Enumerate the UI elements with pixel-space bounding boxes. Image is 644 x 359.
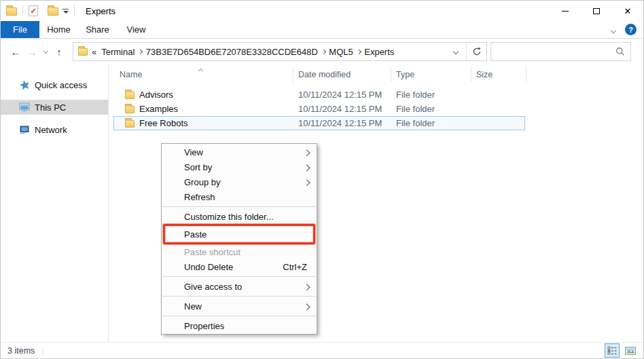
- address-bar[interactable]: « Terminal 73B3E7D654BD6E72078E3328CCDE6…: [73, 42, 487, 61]
- breadcrumb-guid[interactable]: 73B3E7D654BD6E72078E3328CCDE648D: [143, 47, 321, 57]
- close-button[interactable]: ✕: [612, 1, 643, 21]
- back-button[interactable]: ←: [7, 47, 24, 57]
- divider: [74, 5, 75, 16]
- file-row-advisors[interactable]: Advisors 10/11/2024 12:15 PM File folder: [109, 88, 643, 102]
- file-name: Advisors: [139, 90, 173, 100]
- folder-icon: [125, 92, 135, 99]
- column-header-type[interactable]: Type: [391, 67, 471, 82]
- menu-item-group-by[interactable]: Group by: [162, 174, 317, 189]
- minimize-icon: [562, 11, 569, 12]
- address-folder-icon: [78, 48, 88, 56]
- close-icon: ✕: [624, 7, 632, 16]
- folder-icon: [125, 106, 135, 113]
- divider: [43, 346, 43, 356]
- menu-separator: [162, 316, 316, 316]
- breadcrumb-terminal[interactable]: Terminal: [98, 47, 138, 57]
- column-header-size[interactable]: Size: [471, 67, 526, 82]
- chevron-right-icon: [139, 50, 142, 54]
- file-date-modified: 10/11/2024 12:15 PM: [293, 104, 391, 114]
- submenu-arrow-icon: [304, 282, 309, 292]
- expand-ribbon-icon[interactable]: [611, 24, 615, 35]
- minimize-button[interactable]: [550, 1, 581, 21]
- window-controls: ✕: [550, 1, 643, 21]
- keyboard-shortcut: Ctrl+Z: [283, 262, 308, 272]
- up-button[interactable]: ↑: [51, 47, 67, 57]
- annotation-highlight-box: [163, 224, 315, 244]
- refresh-button[interactable]: [467, 43, 486, 60]
- title-bar: ✓ Experts ✕: [1, 1, 643, 21]
- help-icon[interactable]: ?: [625, 24, 637, 35]
- menu-item-paste[interactable]: Paste: [162, 224, 317, 244]
- sidebar-item-label: This PC: [35, 102, 66, 113]
- items-count: 3 items: [7, 346, 35, 356]
- menu-item-sort-by[interactable]: Sort by: [162, 159, 317, 174]
- menu-item-view[interactable]: View: [162, 145, 317, 159]
- tab-home[interactable]: Home: [39, 21, 78, 38]
- details-view-icon: [607, 346, 617, 355]
- refresh-icon: [472, 47, 482, 56]
- menu-item-undo-delete[interactable]: Undo Delete Ctrl+Z: [162, 259, 317, 274]
- thumbnails-view-icon: [625, 347, 636, 355]
- address-dropdown-icon[interactable]: [454, 50, 458, 54]
- file-row-examples[interactable]: Examples 10/11/2024 12:15 PM File folder: [109, 102, 643, 116]
- file-name: Examples: [139, 104, 178, 114]
- file-type: File folder: [391, 118, 471, 128]
- submenu-arrow-icon: [304, 147, 309, 157]
- file-date-modified: 10/11/2024 12:15 PM: [293, 118, 391, 128]
- navigation-bar: ← → ↑ « Terminal 73B3E7D654BD6E72078E332…: [1, 39, 643, 64]
- maximize-button[interactable]: [581, 1, 612, 21]
- folder-icon: [125, 120, 135, 128]
- breadcrumb-experts[interactable]: Experts: [361, 47, 397, 57]
- menu-item-properties[interactable]: Properties: [162, 318, 317, 333]
- tab-file[interactable]: File: [1, 21, 39, 38]
- chevron-right-icon: [322, 50, 325, 54]
- menu-item-refresh[interactable]: Refresh: [162, 189, 317, 204]
- forward-button[interactable]: →: [24, 47, 40, 57]
- main-area: Quick access: [1, 64, 643, 342]
- file-name: Free Robots: [139, 118, 188, 128]
- maximize-icon: [593, 8, 600, 14]
- menu-item-new[interactable]: New: [162, 299, 317, 314]
- navigation-pane: Quick access: [1, 64, 109, 342]
- sidebar-item-quick-access[interactable]: Quick access: [1, 77, 108, 92]
- context-menu: View Sort by Group by Refresh Customize …: [161, 143, 317, 335]
- menu-item-customize-this-folder[interactable]: Customize this folder...: [162, 209, 317, 224]
- window-title: Experts: [86, 6, 115, 16]
- file-explorer-window: ✓ Experts ✕ File Home Share View ? ← → ↑: [0, 0, 644, 359]
- menu-separator: [162, 276, 316, 277]
- sidebar-item-this-pc[interactable]: This PC: [1, 100, 108, 115]
- properties-check-icon[interactable]: ✓: [29, 5, 38, 16]
- menu-item-give-access-to[interactable]: Give access to: [162, 279, 317, 294]
- app-folder-icon: [6, 7, 17, 16]
- qat-customize-dropdown-icon[interactable]: [62, 9, 69, 14]
- star-icon: [19, 80, 30, 90]
- divider: [22, 5, 23, 16]
- file-type: File folder: [391, 104, 471, 114]
- menu-separator: [162, 296, 316, 297]
- submenu-arrow-icon: [304, 301, 309, 311]
- chevron-right-icon: [357, 50, 361, 54]
- breadcrumb-mql5[interactable]: MQL5: [325, 47, 356, 57]
- column-headers: Name Date modified Type Size: [109, 67, 643, 82]
- thumbnails-view-button[interactable]: [623, 343, 638, 358]
- menu-separator: [162, 206, 316, 207]
- tab-view[interactable]: View: [117, 21, 156, 38]
- new-folder-icon[interactable]: [48, 7, 58, 16]
- network-icon: [19, 125, 30, 135]
- column-header-name[interactable]: Name: [109, 67, 293, 82]
- search-input[interactable]: [491, 43, 630, 60]
- monitor-icon: [19, 102, 30, 113]
- status-bar: 3 items: [1, 342, 643, 358]
- breadcrumb-overflow-icon[interactable]: «: [92, 47, 96, 57]
- recent-locations-dropdown-icon[interactable]: [40, 51, 51, 53]
- file-date-modified: 10/11/2024 12:15 PM: [293, 90, 391, 100]
- column-header-date-modified[interactable]: Date modified: [293, 67, 391, 82]
- file-row-free-robots[interactable]: Free Robots 10/11/2024 12:15 PM File fol…: [109, 116, 643, 130]
- details-view-button[interactable]: [605, 343, 620, 358]
- search-box[interactable]: [490, 42, 631, 61]
- submenu-arrow-icon: [304, 162, 309, 172]
- search-icon: [615, 47, 625, 56]
- sidebar-item-network[interactable]: Network: [1, 122, 108, 137]
- tab-share[interactable]: Share: [78, 21, 117, 38]
- sidebar-item-label: Quick access: [35, 80, 87, 90]
